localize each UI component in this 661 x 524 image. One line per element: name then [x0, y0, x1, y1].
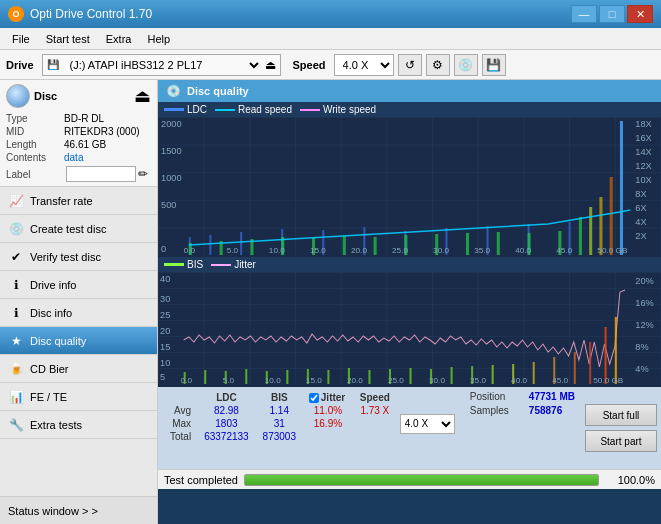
nav-transfer-rate[interactable]: 📈 Transfer rate: [0, 187, 157, 215]
menu-file[interactable]: File: [4, 31, 38, 47]
status-window[interactable]: Status window > >: [0, 496, 157, 524]
maximize-button[interactable]: □: [599, 5, 625, 23]
drive-label: Drive: [6, 59, 34, 71]
nav-disc-info[interactable]: ℹ Disc info: [0, 299, 157, 327]
svg-text:0.0: 0.0: [184, 246, 196, 255]
menu-start-test[interactable]: Start test: [38, 31, 98, 47]
progress-fill: [245, 475, 598, 485]
svg-rect-91: [533, 362, 535, 384]
start-part-button[interactable]: Start part: [585, 430, 657, 452]
svg-rect-42: [579, 217, 582, 255]
nav-label-extra-tests: Extra tests: [30, 419, 82, 431]
drive-select[interactable]: (J:) ATAPI iHBS312 2 PL17: [62, 55, 262, 75]
svg-text:50.0 GB: 50.0 GB: [593, 376, 623, 384]
nav-label-fe-te: FE / TE: [30, 391, 67, 403]
fe-te-icon: 📊: [8, 389, 24, 405]
stats-table: LDC BIS Jitter Speed: [164, 391, 458, 443]
position-label: Position: [470, 391, 525, 402]
bottom-legend: BIS Jitter: [158, 257, 661, 272]
svg-text:5.0: 5.0: [227, 246, 239, 255]
nav-fe-te[interactable]: 📊 FE / TE: [0, 383, 157, 411]
svg-rect-39: [497, 232, 500, 255]
stats-area: LDC BIS Jitter Speed: [158, 387, 661, 469]
samples-value: 758876: [529, 405, 562, 416]
sidebar: Disc ⏏ Type BD-R DL MID RITEKDR3 (000) L…: [0, 80, 158, 524]
svg-rect-35: [374, 237, 377, 255]
main-content: Disc ⏏ Type BD-R DL MID RITEKDR3 (000) L…: [0, 80, 661, 524]
menubar: File Start test Extra Help: [0, 28, 661, 50]
nav-create-test-disc[interactable]: 💿 Create test disc: [0, 215, 157, 243]
svg-rect-34: [343, 236, 346, 255]
disc-quality-title: Disc quality: [187, 85, 249, 97]
label-edit-icon[interactable]: ✏: [138, 167, 148, 181]
eject-icon[interactable]: ⏏: [265, 58, 276, 72]
cd-bier-icon: 🍺: [8, 361, 24, 377]
svg-text:30.0: 30.0: [433, 246, 449, 255]
menu-extra[interactable]: Extra: [98, 31, 140, 47]
svg-text:15.0: 15.0: [306, 376, 322, 384]
svg-rect-79: [286, 370, 288, 384]
avg-jitter: 11.0%: [303, 404, 353, 417]
nav-extra-tests[interactable]: 🔧 Extra tests: [0, 411, 157, 439]
settings-button[interactable]: ⚙: [426, 54, 450, 76]
disc-button[interactable]: 💿: [454, 54, 478, 76]
total-bis: 873003: [256, 430, 303, 443]
svg-text:40: 40: [160, 274, 170, 284]
svg-rect-45: [610, 177, 613, 255]
nav-label-create-test-disc: Create test disc: [30, 223, 106, 235]
svg-text:25.0: 25.0: [388, 376, 404, 384]
avg-label: Avg: [164, 404, 197, 417]
svg-text:35.0: 35.0: [470, 376, 486, 384]
svg-text:0.0: 0.0: [181, 376, 193, 384]
max-bis: 31: [256, 417, 303, 430]
svg-rect-43: [589, 207, 592, 255]
write-speed-legend-color: [300, 109, 320, 111]
nav-label-disc-quality: Disc quality: [30, 335, 86, 347]
drive-icon: 💾: [47, 59, 59, 70]
svg-text:1500: 1500: [161, 146, 182, 156]
svg-text:5.0: 5.0: [223, 376, 235, 384]
label-label: Label: [6, 169, 64, 180]
nav-verify-test-disc[interactable]: ✔ Verify test disc: [0, 243, 157, 271]
save-button[interactable]: 💾: [482, 54, 506, 76]
nav-drive-info[interactable]: ℹ Drive info: [0, 271, 157, 299]
type-label: Type: [6, 113, 64, 124]
svg-rect-19: [209, 235, 211, 255]
label-input[interactable]: [66, 166, 136, 182]
svg-text:45.0: 45.0: [556, 246, 572, 255]
speed-select[interactable]: 4.0 X: [334, 54, 394, 76]
svg-text:30: 30: [160, 294, 170, 304]
svg-text:10X: 10X: [635, 175, 651, 185]
ldc-legend-label: LDC: [187, 104, 207, 115]
svg-rect-46: [620, 121, 623, 255]
top-chart: LDC Read speed Write speed: [158, 102, 661, 257]
progress-area: Test completed 100.0%: [158, 469, 661, 489]
svg-rect-3: [158, 117, 661, 255]
menu-help[interactable]: Help: [139, 31, 178, 47]
jitter-checkbox[interactable]: [309, 393, 319, 403]
refresh-button[interactable]: ↺: [398, 54, 422, 76]
transfer-rate-icon: 📈: [8, 193, 24, 209]
app-title: Opti Drive Control 1.70: [30, 7, 571, 21]
svg-rect-94: [589, 342, 591, 384]
contents-value: data: [64, 152, 83, 163]
legend-ldc: LDC: [164, 104, 207, 115]
svg-rect-85: [410, 368, 412, 384]
speed-dropdown[interactable]: 4.0 X: [400, 414, 455, 434]
minimize-button[interactable]: —: [571, 5, 597, 23]
close-button[interactable]: ✕: [627, 5, 653, 23]
svg-text:16X: 16X: [635, 133, 651, 143]
disc-eject-icon[interactable]: ⏏: [134, 85, 151, 107]
top-chart-svg: 2000 1500 1000 500 0 18X 16X 14X 12X 10X…: [158, 117, 661, 255]
position-value: 47731 MB: [529, 391, 575, 402]
avg-bis: 1.14: [256, 404, 303, 417]
nav-disc-quality[interactable]: ★ Disc quality: [0, 327, 157, 355]
start-full-button[interactable]: Start full: [585, 404, 657, 426]
svg-text:1000: 1000: [161, 173, 182, 183]
col-bis-header: BIS: [256, 391, 303, 404]
svg-text:4X: 4X: [635, 217, 646, 227]
bis-legend-color: [164, 263, 184, 266]
svg-text:8%: 8%: [635, 342, 648, 352]
nav-cd-bier[interactable]: 🍺 CD Bier: [0, 355, 157, 383]
max-jitter: 16.9%: [303, 417, 353, 430]
